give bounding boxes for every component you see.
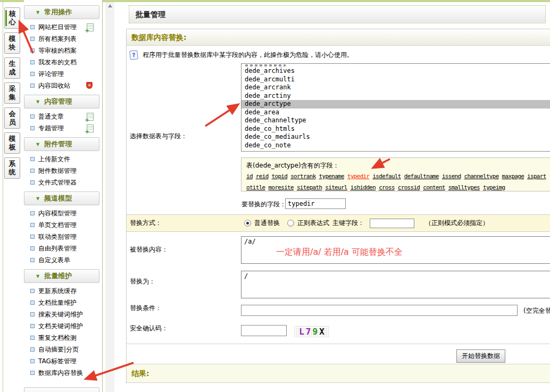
table-option[interactable]: dede_arcrank <box>241 84 550 92</box>
field-link-topid[interactable]: topid <box>272 171 288 182</box>
bullet-icon <box>30 324 35 328</box>
field-link-typedir[interactable]: typedir <box>347 171 369 182</box>
field-list-box: 表(dede_arctype)含有的字段： idreidtopidsortran… <box>241 157 550 191</box>
sidebar-section-header[interactable]: ▼频道模型 <box>24 191 99 205</box>
field-link-isdefault[interactable]: isdefault <box>372 171 401 182</box>
sidebar-item[interactable]: 我发布的文档 <box>24 56 102 68</box>
field-link-siteurl[interactable]: siteurl <box>325 182 347 193</box>
table-option[interactable]: dede_arctype <box>241 100 550 109</box>
primary-key-label: 主键字段： <box>332 219 364 228</box>
result-title-text: 结果: <box>131 369 149 378</box>
condition-input[interactable] <box>241 305 518 316</box>
field-link-crossid[interactable]: crossid <box>398 182 420 193</box>
sidebar-item-label: 文档批量维护 <box>38 298 77 307</box>
sidebar-section-title: 附件管理 <box>44 139 72 149</box>
tab-collect[interactable]: 采 集 <box>4 82 20 104</box>
submit-button[interactable]: 开始替换数据 <box>456 349 505 363</box>
tab-generate[interactable]: 生 成 <box>4 57 20 79</box>
replace-field-input[interactable] <box>285 198 346 209</box>
field-link-sortrank[interactable]: sortrank <box>290 171 315 182</box>
table-option[interactable]: dede_co_htmls <box>241 125 550 134</box>
primary-key-input[interactable] <box>370 219 414 228</box>
bullet-icon <box>30 312 35 316</box>
sidebar-item-label: 评论管理 <box>38 70 64 79</box>
field-link-defaultname[interactable]: defaultname <box>404 171 439 182</box>
field-link-channeltype[interactable]: channeltype <box>464 171 498 182</box>
table-option[interactable]: dede_area <box>241 109 550 117</box>
doc-add-icon[interactable] <box>87 113 94 121</box>
captcha-char: 9 <box>313 327 318 337</box>
table-option[interactable]: dede_arcmulti <box>241 76 550 84</box>
sidebar-item[interactable]: 更新系统缓存 <box>24 285 102 297</box>
field-link-sitepath[interactable]: sitepath <box>297 182 322 193</box>
radio-normal-replace[interactable] <box>244 220 251 227</box>
table-select-listbox[interactable]: dede_archivesdede_arcmultidede_arcrankde… <box>241 63 550 152</box>
field-link-content[interactable]: content <box>423 182 445 193</box>
sidebar-item[interactable]: 普通文章 <box>24 111 102 122</box>
sidebar-item[interactable]: 专题管理 <box>24 122 102 134</box>
sidebar-item[interactable]: 单页文档管理 <box>24 219 102 231</box>
recycle-shield-icon[interactable]: ✕ <box>86 82 93 89</box>
field-link-typeimg[interactable]: typeimg <box>483 182 505 193</box>
sidebar-item[interactable]: 数据库内容替换 <box>24 367 102 379</box>
sidebar-scrollbar[interactable] <box>105 2 114 392</box>
sidebar-item[interactable]: 自由列表管理 <box>24 243 102 254</box>
tab-template[interactable]: 模 板 <box>4 132 20 154</box>
table-option[interactable]: dede_co_note <box>241 141 550 150</box>
sidebar-item[interactable]: 等审核的档案 <box>24 45 102 56</box>
sidebar-item[interactable]: 文档批量维护 <box>24 297 102 308</box>
doc-add-icon[interactable] <box>87 124 94 132</box>
scroll-up-icon[interactable] <box>108 4 112 7</box>
sidebar-section-header[interactable]: ▼附件管理 <box>24 137 99 151</box>
field-link-maxpage[interactable]: maxpage <box>502 171 524 182</box>
captcha-input[interactable] <box>241 325 287 336</box>
bullet-icon <box>30 126 35 130</box>
sidebar-item[interactable]: 自动摘要|分页 <box>24 344 102 355</box>
table-list-clipped-row <box>245 64 286 66</box>
tab-module[interactable]: 模 块 <box>4 32 20 54</box>
table-option[interactable]: dede_co_mediaurls <box>241 133 550 141</box>
table-option[interactable]: dede_archives <box>241 67 550 76</box>
sidebar-item[interactable]: 内容回收站✕ <box>24 80 102 91</box>
doc-add-icon[interactable] <box>87 23 94 31</box>
sidebar-item[interactable]: 评论管理 <box>24 68 102 80</box>
bullet-icon <box>30 223 35 227</box>
field-link-reid[interactable]: reid <box>256 171 269 182</box>
bullet-icon <box>30 25 35 29</box>
sidebar-item[interactable]: 所有档案列表 <box>24 33 102 45</box>
tab-system[interactable]: 系 统 <box>4 157 20 179</box>
sidebar-item[interactable]: 联动类别管理 <box>24 231 102 243</box>
sidebar-section-header[interactable]: ▼批量维护 <box>24 269 99 283</box>
field-link-typename[interactable]: typename <box>319 171 344 182</box>
field-link-otitle[interactable]: otitle <box>246 182 265 193</box>
target-textarea[interactable]: / <box>241 271 550 298</box>
sidebar-item[interactable]: 重复文档检测 <box>24 332 102 344</box>
panel-title-text: 数据库内容替换: <box>131 33 187 41</box>
field-link-ispart[interactable]: ispart <box>527 171 546 182</box>
sidebar-menu: ▼常用操作网站栏目管理所有档案列表等审核的档案我发布的文档评论管理内容回收站✕▼… <box>24 0 103 392</box>
sidebar-item[interactable]: 内容模型管理 <box>24 207 102 219</box>
table-option[interactable]: dede_channeltype <box>241 116 550 125</box>
field-link-cross[interactable]: cross <box>379 182 395 193</box>
tab-core[interactable]: 核 心 <box>4 7 20 29</box>
sidebar-section-header[interactable]: ▼内容管理 <box>24 95 99 109</box>
sidebar-item[interactable]: 网站栏目管理 <box>24 21 102 33</box>
field-link-id[interactable]: id <box>246 171 253 182</box>
field-link-ishidden[interactable]: ishidden <box>351 182 376 193</box>
tab-member[interactable]: 会 员 <box>4 107 20 129</box>
sidebar-section-header[interactable]: ▼常用操作 <box>24 5 99 19</box>
sidebar-item-label: 数据库内容替换 <box>38 369 83 378</box>
sidebar-item[interactable]: 文件式管理器 <box>24 177 102 188</box>
bullet-icon <box>30 72 35 76</box>
sidebar-item[interactable]: 自定义表单 <box>24 254 102 266</box>
sidebar-item[interactable]: 附件数据管理 <box>24 165 102 177</box>
sidebar-item[interactable]: TAG标签管理 <box>24 355 102 367</box>
radio-regex[interactable] <box>287 220 294 227</box>
table-option[interactable]: dede_arctiny <box>241 92 550 101</box>
field-link-issend[interactable]: issend <box>442 171 461 182</box>
sidebar-item[interactable]: 搜索关键词维护 <box>24 308 102 320</box>
sidebar-item[interactable]: 文档关键词维护 <box>24 320 102 332</box>
sidebar-item[interactable]: 上传新文件 <box>24 153 102 165</box>
field-link-smalltypes[interactable]: smalltypes <box>448 182 480 193</box>
field-link-moresite[interactable]: moresite <box>269 182 294 193</box>
